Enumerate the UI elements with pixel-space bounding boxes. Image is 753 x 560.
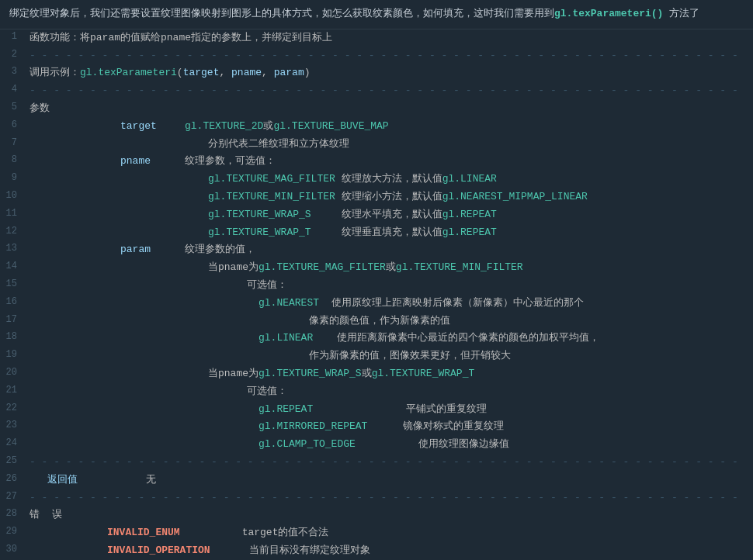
line-3: 3 调用示例：gl.texParameteri(target, pname, p… — [0, 64, 753, 82]
line-content-12: gl.TEXTURE_WRAP_T 纹理垂直填充，默认值gl.REPEAT — [23, 225, 753, 241]
line-content-10: gl.TEXTURE_MIN_FILTER 纹理缩小方法，默认值gl.NEARE… — [23, 189, 753, 206]
line-content-23: gl.MIRRORED_REPEAT 镜像对称式的重复纹理 — [23, 419, 753, 435]
line-num-3: 3 — [0, 65, 23, 77]
line-content-2: - - - - - - - - - - - - - - - - - - - - … — [23, 48, 753, 64]
line-13: 13 param纹理参数的值， — [0, 241, 753, 259]
header-method: gl.texParameteri() — [554, 8, 663, 19]
line-14: 14 当pname为gl.TEXTURE_MAG_FILTER或gl.TEXTU… — [0, 259, 753, 277]
line-num-20: 20 — [0, 366, 23, 378]
line-6: 6 targetgl.TEXTURE_2D或gl.TEXTURE_BUVE_MA… — [0, 118, 753, 136]
line-content-27: - - - - - - - - - - - - - - - - - - - - … — [23, 490, 753, 506]
line-22: 22 gl.REPEAT平铺式的重复纹理 — [0, 401, 753, 419]
line-num-17: 17 — [0, 313, 23, 325]
line-content-3: 调用示例：gl.texParameteri(target, pname, par… — [23, 65, 753, 81]
header-suffix: 方法了 — [663, 8, 699, 19]
line-num-19: 19 — [0, 348, 23, 360]
line-19: 19 作为新像素的值，图像效果更好，但开销较大 — [0, 347, 753, 365]
line-16: 16 gl.NEAREST 使用原纹理上距离映射后像素（新像素）中心最近的那个 — [0, 295, 753, 313]
line-num-22: 22 — [0, 402, 23, 413]
line-content-15: 可选值： — [23, 278, 753, 294]
line-29: 29 INVALID_ENUMtarget的值不合法 — [0, 524, 753, 542]
line-10: 10 gl.TEXTURE_MIN_FILTER 纹理缩小方法，默认值gl.NE… — [0, 188, 753, 206]
line-content-24: gl.CLAMP_TO_EDGE 使用纹理图像边缘值 — [23, 437, 753, 453]
line-18: 18 gl.LINEAR 使用距离新像素中心最近的四个像素的颜色的加权平均值， — [0, 330, 753, 347]
line-content-11: gl.TEXTURE_WRAP_S 纹理水平填充，默认值gl.REPEAT — [23, 207, 753, 223]
line-content-5: 参数 — [23, 101, 753, 117]
line-26: 26 返回值无 — [0, 472, 753, 489]
line-content-7: 分别代表二维纹理和立方体纹理 — [23, 137, 753, 153]
line-content-6: targetgl.TEXTURE_2D或gl.TEXTURE_BUVE_MAP — [23, 119, 753, 135]
line-28: 28 错 误 — [0, 506, 753, 524]
line-num-4: 4 — [0, 83, 23, 95]
line-27: 27 - - - - - - - - - - - - - - - - - - -… — [0, 489, 753, 507]
line-11: 11 gl.TEXTURE_WRAP_S 纹理水平填充，默认值gl.REPEAT — [0, 206, 753, 224]
line-num-2: 2 — [0, 48, 23, 60]
line-num-7: 7 — [0, 137, 23, 148]
line-4: 4 - - - - - - - - - - - - - - - - - - - … — [0, 82, 753, 100]
line-num-8: 8 — [0, 154, 23, 165]
line-num-11: 11 — [0, 207, 23, 219]
line-content-16: gl.NEAREST 使用原纹理上距离映射后像素（新像素）中心最近的那个 — [23, 296, 753, 312]
line-num-25: 25 — [0, 455, 23, 466]
line-content-18: gl.LINEAR 使用距离新像素中心最近的四个像素的颜色的加权平均值， — [23, 330, 753, 347]
header-text: 绑定纹理对象后，我们还需要设置纹理图像映射到图形上的具体方式，如怎么获取纹素颜色… — [0, 0, 753, 29]
line-num-10: 10 — [0, 189, 23, 201]
line-num-9: 9 — [0, 171, 23, 183]
line-content-22: gl.REPEAT平铺式的重复纹理 — [23, 402, 753, 418]
line-content-29: INVALID_ENUMtarget的值不合法 — [23, 525, 753, 541]
line-2: 2 - - - - - - - - - - - - - - - - - - - … — [0, 47, 753, 65]
line-num-24: 24 — [0, 437, 23, 448]
line-content-19: 作为新像素的值，图像效果更好，但开销较大 — [23, 348, 753, 365]
line-1: 1 函数功能：将param的值赋给pname指定的参数上，并绑定到目标上 — [0, 29, 753, 47]
line-num-18: 18 — [0, 330, 23, 342]
line-num-13: 13 — [0, 242, 23, 254]
line-9: 9 gl.TEXTURE_MAG_FILTER 纹理放大方法，默认值gl.LIN… — [0, 171, 753, 188]
line-content-9: gl.TEXTURE_MAG_FILTER 纹理放大方法，默认值gl.LINEA… — [23, 171, 753, 188]
line-content-25: - - - - - - - - - - - - - - - - - - - - … — [23, 455, 753, 471]
line-7: 7 分别代表二维纹理和立方体纹理 — [0, 136, 753, 154]
line-25: 25 - - - - - - - - - - - - - - - - - - -… — [0, 454, 753, 472]
line-num-26: 26 — [0, 472, 23, 484]
line-num-16: 16 — [0, 296, 23, 307]
line-num-28: 28 — [0, 507, 23, 519]
line-num-23: 23 — [0, 419, 23, 430]
line-num-30: 30 — [0, 543, 23, 555]
line-num-14: 14 — [0, 260, 23, 271]
line-num-27: 27 — [0, 490, 23, 502]
line-30: 30 INVALID_OPERATION当前目标没有绑定纹理对象 — [0, 542, 753, 560]
header-description: 绑定纹理对象后，我们还需要设置纹理图像映射到图形上的具体方式，如怎么获取纹素颜色… — [9, 8, 554, 19]
line-num-15: 15 — [0, 278, 23, 289]
line-8: 8 pname纹理参数，可选值： — [0, 153, 753, 171]
line-num-6: 6 — [0, 119, 23, 130]
line-content-14: 当pname为gl.TEXTURE_MAG_FILTER或gl.TEXTURE_… — [23, 260, 753, 276]
line-content-1: 函数功能：将param的值赋给pname指定的参数上，并绑定到目标上 — [23, 30, 753, 47]
line-24: 24 gl.CLAMP_TO_EDGE 使用纹理图像边缘值 — [0, 436, 753, 454]
line-5: 5 参数 — [0, 100, 753, 118]
line-content-17: 像素的颜色值，作为新像素的值 — [23, 313, 753, 330]
line-content-20: 当pname为gl.TEXTURE_WRAP_S或gl.TEXTURE_WRAP… — [23, 366, 753, 382]
line-17: 17 像素的颜色值，作为新像素的值 — [0, 313, 753, 330]
line-content-21: 可选值： — [23, 384, 753, 400]
line-content-13: param纹理参数的值， — [23, 242, 753, 258]
line-num-29: 29 — [0, 525, 23, 537]
line-content-4: - - - - - - - - - - - - - - - - - - - - … — [23, 83, 753, 99]
code-area: 1 函数功能：将param的值赋给pname指定的参数上，并绑定到目标上 2 -… — [0, 29, 753, 560]
line-21: 21 可选值： — [0, 383, 753, 401]
line-num-5: 5 — [0, 101, 23, 112]
line-12: 12 gl.TEXTURE_WRAP_T 纹理垂直填充，默认值gl.REPEAT — [0, 224, 753, 242]
line-content-28: 错 误 — [23, 507, 753, 524]
line-20: 20 当pname为gl.TEXTURE_WRAP_S或gl.TEXTURE_W… — [0, 365, 753, 383]
line-num-1: 1 — [0, 30, 23, 42]
line-num-12: 12 — [0, 225, 23, 237]
line-content-8: pname纹理参数，可选值： — [23, 154, 753, 170]
line-15: 15 可选值： — [0, 277, 753, 295]
line-23: 23 gl.MIRRORED_REPEAT 镜像对称式的重复纹理 — [0, 418, 753, 436]
line-num-21: 21 — [0, 384, 23, 396]
line-content-30: INVALID_OPERATION当前目标没有绑定纹理对象 — [23, 543, 753, 559]
line-content-26: 返回值无 — [23, 472, 753, 489]
